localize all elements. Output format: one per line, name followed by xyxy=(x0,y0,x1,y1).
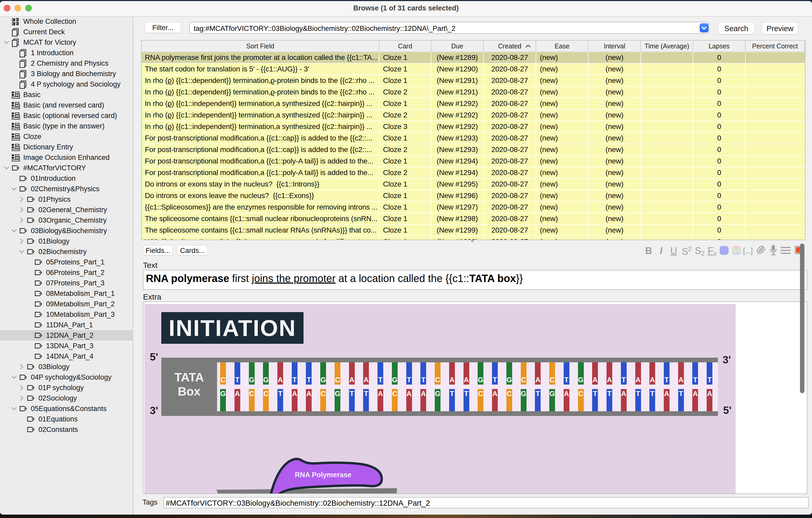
svg-text:RNA Polymerase: RNA Polymerase xyxy=(295,471,352,479)
